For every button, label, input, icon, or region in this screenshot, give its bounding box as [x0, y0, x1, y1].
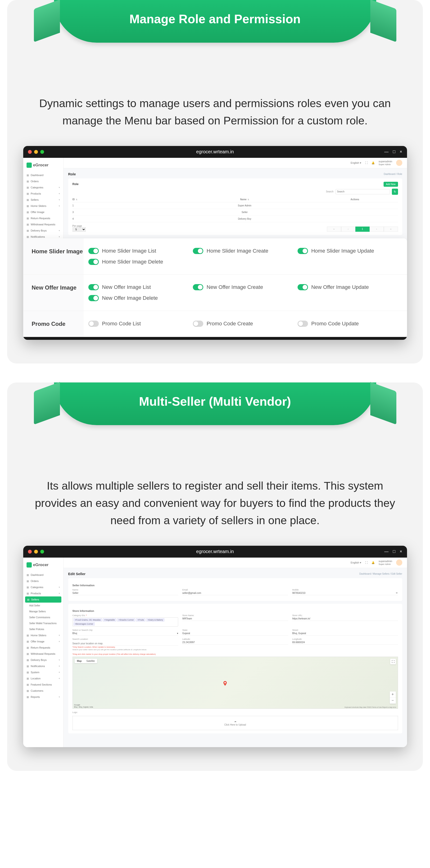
- sidebar-item-withdrawal-requests[interactable]: ▦Withdrawal Requests: [23, 651, 63, 657]
- sidebar-item-dashboard[interactable]: ▦Dashboard: [23, 572, 63, 578]
- toggle-switch[interactable]: [88, 284, 99, 290]
- toggle-switch[interactable]: [193, 284, 203, 290]
- sidebar-item-orders[interactable]: ▦Orders: [23, 578, 63, 584]
- col-id-header[interactable]: ID: [72, 198, 75, 201]
- pagination-button[interactable]: «: [327, 226, 341, 232]
- window-traffic-lights[interactable]: [28, 150, 44, 154]
- pagination-button[interactable]: ›: [370, 226, 384, 232]
- add-new-button[interactable]: Add New: [383, 182, 398, 187]
- sidebar-item-seller-wallet-transactions[interactable]: Seller Wallet Transactions: [23, 620, 63, 626]
- storename-field[interactable]: WRTeam: [182, 617, 288, 621]
- map[interactable]: Map Satellite ⛶ +− Google Bhuj - Bhuj, G…: [72, 657, 398, 709]
- toggle-switch[interactable]: [88, 295, 99, 301]
- toggle-switch[interactable]: [298, 248, 308, 254]
- window-controls[interactable]: —□×: [384, 549, 402, 554]
- city-field[interactable]: Bhuj▾: [72, 632, 178, 636]
- search-input[interactable]: [335, 189, 390, 194]
- sidebar-item-delivery-boys[interactable]: ▦Delivery Boys▾: [23, 227, 63, 234]
- lat-label: Latitude:: [182, 638, 288, 640]
- searchloc-field[interactable]: [72, 642, 178, 646]
- sidebar-item-return-requests[interactable]: ▦Return Requests: [23, 215, 63, 221]
- sidebar-item-location[interactable]: ▦Location▾: [23, 675, 63, 682]
- pagination-button[interactable]: ‹: [341, 226, 356, 232]
- sidebar-item-dashboard[interactable]: ▦Dashboard: [23, 172, 63, 178]
- col-name-header[interactable]: Name: [240, 198, 246, 201]
- lng-field[interactable]: 69.6669324: [293, 641, 398, 645]
- toggle-switch[interactable]: [88, 320, 99, 327]
- toggle-switch[interactable]: [298, 320, 308, 327]
- map-type-tabs[interactable]: Map Satellite: [74, 659, 97, 663]
- sidebar-item-home-sliders[interactable]: ▦Home Sliders▾: [23, 632, 63, 639]
- eye-icon[interactable]: 👁: [396, 592, 398, 594]
- sidebar-item-products[interactable]: ▦Products▾: [23, 590, 63, 596]
- sidebar-item-featured-sections[interactable]: ▦Featured Sections: [23, 682, 63, 688]
- sidebar-item-categories[interactable]: ▦Categories▾: [23, 584, 63, 590]
- notification-icon[interactable]: 🔔: [371, 561, 375, 564]
- toggle-switch[interactable]: [88, 248, 99, 254]
- permission-toggle-item: Home Slider Image Update: [298, 246, 402, 256]
- expand-icon[interactable]: ⛶: [365, 161, 368, 164]
- mobile-field[interactable]: 9876543210 👁: [293, 592, 398, 595]
- expand-icon[interactable]: ⛶: [365, 561, 368, 564]
- sidebar-item-delivery-boys[interactable]: ▦Delivery Boys▾: [23, 657, 63, 663]
- category-tag[interactable]: ×Vegetable: [103, 618, 116, 622]
- category-tag[interactable]: ×Snacks Corner: [117, 618, 135, 622]
- category-tag[interactable]: ×Beverages Corner: [73, 622, 95, 626]
- sidebar-item-notifications[interactable]: ▦Notifications▾: [23, 663, 63, 669]
- sidebar-item-offer-image[interactable]: ▦Offer Image: [23, 209, 63, 215]
- email-field[interactable]: seller@gmail.com: [182, 592, 288, 595]
- category-tag[interactable]: ×Dairy & Bakery: [146, 618, 164, 622]
- logo-upload[interactable]: ☁ Click Here to Upload: [72, 716, 398, 730]
- pagination-button[interactable]: 1: [356, 226, 370, 232]
- window-controls[interactable]: —□×: [384, 149, 402, 154]
- sidebar-item-system[interactable]: ▦System▾: [23, 669, 63, 675]
- fullscreen-icon[interactable]: ⛶: [390, 659, 396, 664]
- toggle-switch[interactable]: [193, 248, 203, 254]
- sidebar-item-seller-policies[interactable]: Seller Policies: [23, 626, 63, 632]
- sidebar-item-sellers[interactable]: ▦Sellers: [25, 596, 61, 602]
- avatar[interactable]: [396, 160, 402, 166]
- state-field[interactable]: Gujarat: [182, 632, 288, 636]
- sidebar-item-home-sliders[interactable]: ▦Home Sliders▾: [23, 203, 63, 209]
- sidebar-item-reports[interactable]: ▦Reports▾: [23, 694, 63, 700]
- sidebar-item-customers[interactable]: ▦Customers: [23, 688, 63, 694]
- sidebar-item-products[interactable]: ▦Products▾: [23, 190, 63, 197]
- window-traffic-lights[interactable]: [28, 550, 44, 554]
- toggle-switch[interactable]: [88, 259, 99, 265]
- brand-logo[interactable]: eGrocer: [23, 560, 63, 572]
- category-tag[interactable]: ×Fruits: [136, 618, 146, 622]
- notification-icon[interactable]: 🔔: [371, 161, 375, 164]
- user-menu[interactable]: superadmin Super Admin: [378, 160, 392, 166]
- map-terms[interactable]: Keyboard shortcuts Map data ©2023 Terms …: [344, 706, 396, 708]
- sidebar-item-return-requests[interactable]: ▦Return Requests: [23, 645, 63, 651]
- perpage-select[interactable]: 5: [72, 227, 86, 232]
- sidebar-item-offer-image[interactable]: ▦Offer Image▾: [23, 639, 63, 645]
- name-field[interactable]: Seller: [72, 592, 178, 595]
- sidebar-item-withdrawal-requests[interactable]: ▦Withdrawal Requests: [23, 221, 63, 227]
- map-zoom-controls[interactable]: +−: [390, 691, 396, 704]
- storename-label: Store Name:: [182, 614, 288, 617]
- street-field[interactable]: Bhuj, Gujarat: [293, 632, 398, 636]
- lat-field[interactable]: 23.2419997: [182, 641, 288, 645]
- refresh-button[interactable]: ↻: [392, 189, 398, 195]
- category-tags[interactable]: ×Food Grains, Oil, Masalas×Vegetable×Sna…: [72, 617, 178, 626]
- avatar[interactable]: [396, 559, 402, 566]
- sidebar-item-sellers[interactable]: ▦Sellers▾: [23, 197, 63, 203]
- category-tag[interactable]: ×Food Grains, Oil, Masalas: [73, 618, 102, 622]
- sidebar-item-seller-commissions[interactable]: Seller Commissions: [23, 615, 63, 620]
- sidebar-item-orders[interactable]: ▦Orders: [23, 178, 63, 184]
- user-menu[interactable]: superadmin Super Admin: [378, 560, 392, 565]
- language-selector[interactable]: English ▾: [350, 161, 361, 164]
- language-selector[interactable]: English ▾: [350, 561, 361, 564]
- browser-titlebar: egrocer.wrteam.in —□×: [23, 546, 407, 558]
- pagination-button[interactable]: »: [384, 226, 398, 232]
- toggle-switch[interactable]: [298, 284, 308, 290]
- sidebar-item-add-seller[interactable]: Add Seller: [23, 602, 63, 609]
- map-pin-icon[interactable]: [222, 681, 228, 686]
- storeurl-field[interactable]: https://wrteam.in/: [293, 617, 398, 621]
- toggle-switch[interactable]: [193, 320, 203, 327]
- brand-logo[interactable]: eGrocer: [23, 160, 63, 172]
- toggle-label: Home Slider Image Delete: [102, 259, 163, 265]
- sidebar-item-categories[interactable]: ▦Categories▾: [23, 184, 63, 190]
- sidebar-item-manage-sellers[interactable]: Manage Sellers: [23, 609, 63, 615]
